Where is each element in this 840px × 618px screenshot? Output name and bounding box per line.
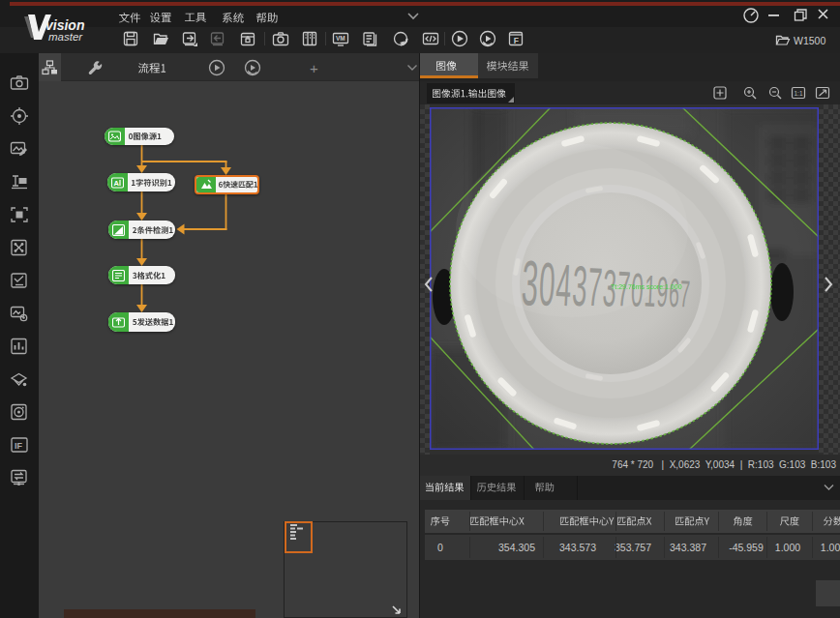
svg-text:1:1: 1:1 bbox=[795, 90, 803, 97]
svg-text:F: F bbox=[514, 36, 519, 45]
svg-text:IF: IF bbox=[15, 441, 23, 451]
svg-text:master: master bbox=[48, 31, 83, 43]
svg-text:A: A bbox=[114, 179, 120, 188]
svg-text:VM: VM bbox=[336, 35, 345, 42]
